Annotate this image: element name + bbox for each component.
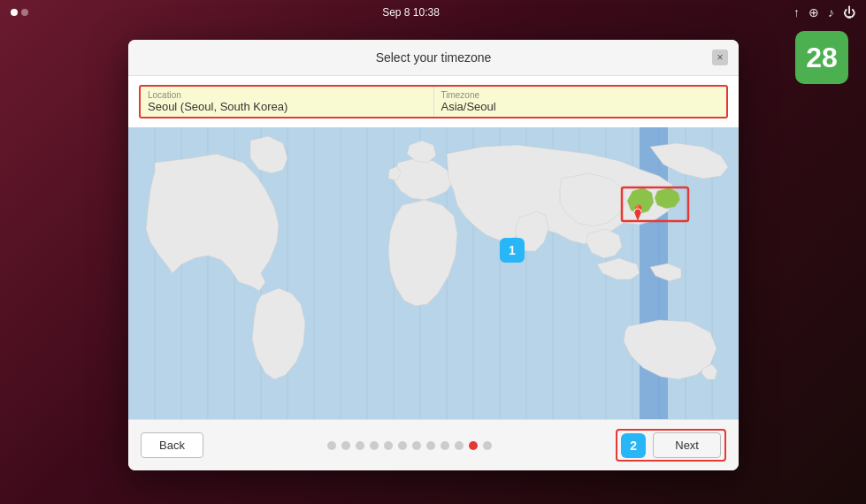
step-dots [327,441,492,450]
dialog-title: Select your timezone [376,50,492,65]
system-tray: ↑ ⊕ ♪ ⏻ [793,5,855,19]
step-badge-2: 2 [621,433,646,458]
step-dot-12 [483,441,492,450]
location-field[interactable]: Location Seoul (Seoul, South Korea) [141,87,434,117]
step-dot-7 [412,441,421,450]
dialog-footer: Back 2 Next [128,419,739,470]
dot-2 [21,9,28,16]
calendar-day: 28 [806,42,838,74]
map-badge-label: 1 [509,243,516,257]
timezone-dialog: Select your timezone × Location Seoul (S… [128,40,739,470]
step-dot-1 [327,441,336,450]
next-button[interactable]: Next [653,432,721,458]
calendar-badge: 28 [795,31,848,84]
step-dot-10 [455,441,464,450]
network-icon: ⊕ [809,5,819,19]
upload-icon: ↑ [793,5,800,19]
location-label: Location [148,90,426,100]
timezone-value: Asia/Seoul [441,100,720,113]
volume-icon: ♪ [828,5,834,19]
timezone-field[interactable]: Timezone Asia/Seoul [434,87,727,117]
dot-1 [11,9,18,16]
step-badge-label: 2 [630,439,637,453]
step-dot-11 [469,441,478,450]
step-dot-3 [356,441,364,450]
location-timezone-fields: Location Seoul (Seoul, South Korea) Time… [139,85,728,118]
location-value: Seoul (Seoul, South Korea) [148,100,426,113]
map-svg: 📍 [128,127,739,419]
step-dot-9 [441,441,449,450]
step-dot-5 [384,441,393,450]
step-dot-6 [398,441,407,450]
back-button[interactable]: Back [141,432,203,458]
clock: Sep 8 10:38 [382,6,440,19]
top-bar: Sep 8 10:38 ↑ ⊕ ♪ ⏻ [0,0,866,25]
timezone-label: Timezone [441,90,720,100]
step-dot-8 [426,441,435,450]
window-controls [11,9,28,16]
top-bar-left [11,9,28,16]
step-dot-4 [370,441,379,450]
power-icon[interactable]: ⏻ [843,5,855,19]
dialog-header: Select your timezone × [128,40,739,76]
step-dot-2 [341,441,350,450]
close-button[interactable]: × [712,50,728,65]
world-map[interactable]: 📍 1 [128,127,739,419]
map-badge-1: 1 [500,238,525,263]
next-area: 2 Next [616,429,726,462]
